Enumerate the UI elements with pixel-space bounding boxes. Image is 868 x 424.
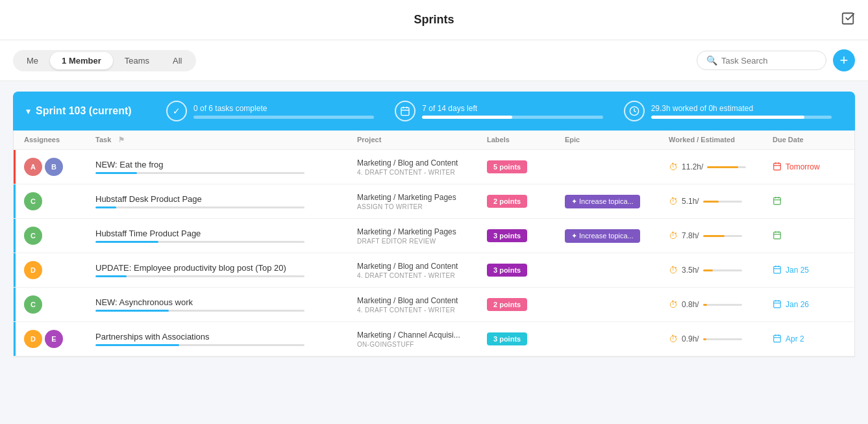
task-name: NEW: Asynchronous work (95, 297, 357, 307)
clock-icon: ⏱ (669, 299, 678, 310)
project-sub: ASSIGN TO WRITER (357, 203, 487, 210)
label-cell: 3 points (487, 264, 565, 277)
project-sub: 4. DRAFT CONTENT - WRITER (357, 306, 487, 314)
svg-rect-1 (401, 108, 409, 116)
sprint-title: Sprint 103 (current) (36, 105, 132, 117)
filter-tab-1member[interactable]: 1 Member (50, 52, 113, 69)
worked-bar (703, 235, 742, 237)
avatar: C (24, 295, 42, 314)
table-row: D E Partnerships with Associations Marke… (14, 322, 854, 356)
flag-header-icon[interactable]: ⚑ (118, 136, 125, 143)
project-sub: 4. DRAFT CONTENT - WRITER (357, 169, 487, 176)
project-name: Marketing / Blog and Content (357, 158, 487, 168)
filter-tab-all[interactable]: All (161, 52, 193, 69)
task-progress-bar (95, 206, 304, 208)
worked-fill (703, 269, 713, 271)
project-name: Marketing / Channel Acquisi... (357, 330, 487, 340)
table-row: C Hubstaff Desk Product Page Marketing /… (14, 184, 854, 219)
row-border (14, 219, 16, 253)
avatar: D (24, 330, 42, 348)
row-border (14, 322, 16, 356)
assignees-cell: D (24, 261, 95, 279)
svg-rect-14 (774, 232, 781, 239)
due-date: Tomorrow (786, 162, 820, 171)
project-name: Marketing / Blog and Content (357, 262, 487, 271)
project-cell: Marketing / Channel Acquisi... ON-GOINGS… (357, 330, 487, 348)
svg-rect-18 (774, 266, 781, 273)
epic-cell: ✦ Increase topica... (565, 195, 669, 208)
due-icon (773, 231, 782, 242)
worked-value: 5.1h/ (682, 197, 699, 206)
clock-icon: ⏱ (669, 231, 678, 241)
top-header: Sprints (0, 0, 868, 40)
col-worked: Worked / Estimated (669, 136, 773, 144)
clock-icon: ⏱ (669, 196, 678, 206)
avatar: E (45, 330, 63, 348)
task-cell[interactable]: NEW: Asynchronous work (95, 297, 357, 312)
task-cell[interactable]: Partnerships with Associations (95, 332, 357, 346)
task-cell[interactable]: NEW: Eat the frog (95, 160, 357, 174)
task-progress-fill (95, 172, 137, 174)
task-cell[interactable]: Hubstaff Desk Product Page (95, 194, 357, 208)
worked-label: 29.3h worked of 0h estimated (651, 104, 832, 113)
project-name: Marketing / Marketing Pages (357, 193, 487, 202)
filter-tab-teams[interactable]: Teams (113, 52, 161, 69)
filter-tabs: Me 1 Member Teams All (13, 50, 196, 71)
worked-value: 7.8h/ (682, 231, 699, 240)
chevron-down-icon[interactable]: ▾ (26, 106, 31, 116)
task-progress-fill (95, 310, 169, 312)
project-name: Marketing / Blog and Content (357, 296, 487, 305)
row-border (14, 184, 16, 218)
tasks-complete-label: 0 of 6 tasks complete (193, 104, 374, 113)
task-progress-bar (95, 310, 304, 312)
avatar: B (45, 158, 63, 176)
task-name: Partnerships with Associations (95, 332, 357, 342)
due-date: Jan 25 (786, 266, 809, 275)
worked-cell: ⏱ 0.9h/ (669, 334, 773, 344)
due-date: Apr 2 (786, 334, 804, 343)
label-badge: 2 points (487, 195, 527, 208)
task-progress-fill (95, 241, 158, 243)
filter-tab-me[interactable]: Me (15, 52, 50, 69)
worked-cell: ⏱ 7.8h/ (669, 231, 773, 241)
project-cell: Marketing / Blog and Content 4. DRAFT CO… (357, 296, 487, 314)
svg-rect-10 (774, 197, 781, 205)
worked-icon (624, 101, 645, 121)
avatar: C (24, 227, 42, 245)
clock-icon: ⏱ (669, 162, 678, 172)
task-progress-fill (95, 344, 179, 346)
task-name: UPDATE: Employee productivity blog post … (95, 263, 357, 273)
task-progress-fill (95, 275, 127, 277)
col-assignees: Assignees (24, 136, 95, 144)
svg-rect-6 (774, 163, 781, 170)
search-input[interactable] (721, 56, 817, 66)
table-row: C Hubstaff Time Product Page Marketing /… (14, 219, 854, 253)
sprint-stat-days: 7 of 14 days left (384, 101, 613, 121)
due-cell: Jan 26 (773, 299, 844, 310)
add-button[interactable]: + (833, 49, 855, 71)
worked-progress-bar (651, 116, 832, 119)
task-cell[interactable]: UPDATE: Employee productivity blog post … (95, 263, 357, 277)
due-cell: Apr 2 (773, 334, 844, 345)
assignees-cell: D E (24, 330, 95, 348)
worked-bar (703, 201, 742, 203)
sprint-header: ▾ Sprint 103 (current) ✓ 0 of 6 tasks co… (13, 92, 855, 131)
worked-value: 11.2h/ (682, 162, 703, 171)
project-cell: Marketing / Blog and Content 4. DRAFT CO… (357, 158, 487, 176)
check-square-icon[interactable] (841, 11, 855, 29)
due-cell (773, 196, 844, 207)
row-border (14, 253, 16, 287)
project-cell: Marketing / Blog and Content 4. DRAFT CO… (357, 262, 487, 279)
due-icon (773, 334, 782, 345)
project-cell: Marketing / Marketing Pages DRAFT EDITOR… (357, 227, 487, 245)
assignees-cell: C (24, 295, 95, 314)
task-cell[interactable]: Hubstaff Time Product Page (95, 229, 357, 243)
worked-fill (703, 235, 725, 237)
clock-icon: ⏱ (669, 265, 678, 275)
table-row: D UPDATE: Employee productivity blog pos… (14, 253, 854, 288)
task-progress-bar (95, 241, 304, 243)
task-name: NEW: Eat the frog (95, 160, 357, 169)
col-project: Project (357, 136, 487, 144)
col-epic: Epic (565, 136, 669, 144)
task-name: Hubstaff Time Product Page (95, 229, 357, 238)
